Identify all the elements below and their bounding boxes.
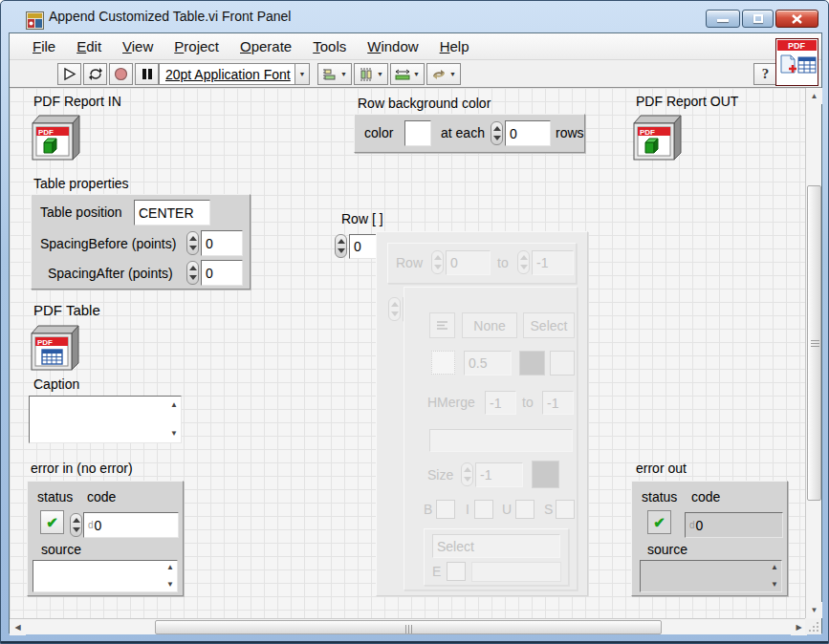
window-title: Append Customized Table.vi Front Panel — [49, 9, 291, 24]
text-color-swatch[interactable] — [550, 351, 575, 376]
embed-field[interactable] — [471, 562, 561, 582]
menu-edit[interactable]: Edit — [67, 34, 111, 58]
titlebar[interactable]: Append Customized Table.vi Front Panel — [1, 1, 828, 32]
size-spinner[interactable] — [461, 462, 473, 486]
svg-text:PDF: PDF — [640, 128, 655, 137]
hmerge-from-field[interactable]: -1 — [485, 391, 516, 415]
error-in-code-field[interactable]: d 0 — [83, 512, 179, 538]
error-out-code-field: d 0 — [685, 512, 783, 538]
spacing-after-field[interactable]: 0 — [201, 260, 243, 286]
cell-color-swatch[interactable] — [519, 351, 545, 376]
bold-checkbox[interactable] — [436, 500, 455, 519]
embed-checkbox[interactable] — [447, 562, 466, 581]
row-array-index-spinner[interactable] — [335, 234, 347, 258]
abort-button[interactable] — [109, 63, 133, 85]
check-icon: ✔ — [653, 514, 665, 531]
rows-label: rows — [556, 125, 584, 140]
pdf-report-out-label: PDF Report OUT — [636, 94, 738, 109]
error-in-label: error in (no error) — [31, 461, 133, 476]
resize-objects-button[interactable]: ▼ — [390, 63, 425, 85]
vertical-scroll-thumb[interactable] — [807, 185, 821, 501]
size-field[interactable]: -1 — [475, 462, 523, 487]
error-in-source-textbox[interactable]: ▲ ▼ — [33, 560, 178, 592]
spacing-before-spinner[interactable] — [186, 231, 199, 255]
vi-connector-icon[interactable]: PDF — [775, 38, 818, 86]
scroll-down-icon[interactable]: ▼ — [166, 581, 174, 589]
row-from-spinner[interactable] — [431, 250, 444, 274]
scroll-up-icon[interactable]: ▲ — [771, 564, 778, 571]
pdf-table-label: PDF Table — [33, 302, 100, 318]
scroll-down-icon[interactable]: ▼ — [170, 430, 178, 438]
run-icon — [62, 67, 76, 81]
thumb-grip — [811, 340, 819, 347]
row-from-field[interactable]: 0 — [446, 250, 491, 275]
cell-text-field[interactable] — [429, 429, 573, 452]
color-box[interactable] — [404, 120, 431, 146]
scroll-up-icon[interactable]: ▲ — [170, 401, 178, 409]
minimize-button[interactable] — [706, 10, 740, 28]
svg-text:PDF: PDF — [38, 128, 54, 137]
run-continuous-button[interactable] — [83, 63, 107, 85]
scroll-up-icon[interactable]: ▲ — [166, 564, 174, 571]
help-button[interactable]: ? — [753, 63, 777, 85]
labview-window: Append Customized Table.vi Front Panel F… — [0, 0, 829, 644]
font-select-field[interactable]: Select — [432, 534, 560, 558]
error-in-code-spinner[interactable] — [70, 513, 82, 537]
menu-file[interactable]: File — [23, 34, 65, 58]
pdf-report-in-icon[interactable]: PDF — [30, 113, 80, 161]
at-each-field[interactable]: 0 — [505, 120, 551, 146]
scroll-down-icon[interactable]: ▼ — [771, 581, 778, 589]
none-dropdown[interactable]: None — [462, 312, 517, 338]
minimize-icon — [717, 19, 729, 22]
row-to-field[interactable]: -1 — [532, 250, 574, 275]
table-position-field[interactable]: CENTER — [134, 200, 210, 225]
distribute-objects-button[interactable]: ▼ — [354, 63, 388, 85]
at-each-spinner[interactable] — [491, 121, 503, 145]
reorder-button[interactable]: ▼ — [426, 63, 461, 85]
chevron-down-icon: ▼ — [377, 71, 383, 77]
cell-array-index-spinner[interactable] — [388, 297, 401, 321]
menu-operate[interactable]: Operate — [230, 34, 301, 58]
pause-button[interactable] — [135, 63, 159, 85]
error-in-status-checkbox[interactable]: ✔ — [40, 510, 64, 534]
front-panel[interactable]: PDF Report IN PDF Row background color c… — [10, 88, 807, 618]
align-objects-button[interactable]: ▼ — [317, 63, 352, 85]
resize-grip[interactable] — [805, 618, 821, 634]
italic-label: I — [466, 502, 469, 517]
menu-view[interactable]: View — [113, 34, 163, 58]
justify-button[interactable] — [429, 312, 455, 338]
italic-checkbox[interactable] — [474, 500, 493, 519]
menu-bar: File Edit View Project Operate Tools Win… — [10, 33, 821, 60]
width-checkbox[interactable] — [431, 351, 455, 375]
vertical-scrollbar[interactable]: ▲ ▼ — [805, 88, 821, 618]
strike-label: S — [544, 502, 553, 517]
width-field[interactable]: 0.5 — [464, 351, 512, 376]
horizontal-scrollbar[interactable]: ◀ ▶ — [10, 618, 807, 634]
scroll-up-button[interactable]: ▲ — [806, 88, 822, 104]
menu-tools[interactable]: Tools — [303, 34, 356, 58]
run-button[interactable] — [57, 63, 81, 85]
horizontal-scroll-thumb[interactable] — [155, 620, 662, 634]
check-icon: ✔ — [46, 514, 58, 531]
row-to-spinner[interactable] — [517, 250, 530, 274]
underline-checkbox[interactable] — [515, 500, 534, 519]
menu-window[interactable]: Window — [358, 34, 427, 58]
maximize-button[interactable] — [742, 10, 774, 28]
menu-project[interactable]: Project — [164, 34, 229, 58]
strike-checkbox[interactable] — [556, 500, 575, 519]
hmerge-to-field[interactable]: -1 — [542, 391, 574, 415]
spacing-after-spinner[interactable] — [186, 261, 199, 285]
pdf-report-out-icon[interactable]: PDF — [631, 113, 682, 161]
spacing-after-label: SpacingAfter (points) — [48, 266, 173, 281]
scroll-left-button[interactable]: ◀ — [10, 619, 26, 635]
font-selector[interactable]: 20pt Application Font ▼ — [159, 63, 310, 85]
scroll-down-button[interactable]: ▼ — [806, 602, 822, 618]
spacing-before-field[interactable]: 0 — [201, 230, 243, 256]
caption-textbox[interactable]: ▲ ▼ — [29, 396, 182, 443]
font-color-swatch[interactable] — [532, 461, 559, 488]
select-dropdown[interactable]: Select — [523, 312, 575, 338]
size-label: Size — [427, 467, 453, 483]
pdf-table-icon[interactable]: PDF — [29, 323, 79, 371]
menu-help[interactable]: Help — [430, 34, 479, 58]
close-button[interactable] — [775, 10, 818, 28]
